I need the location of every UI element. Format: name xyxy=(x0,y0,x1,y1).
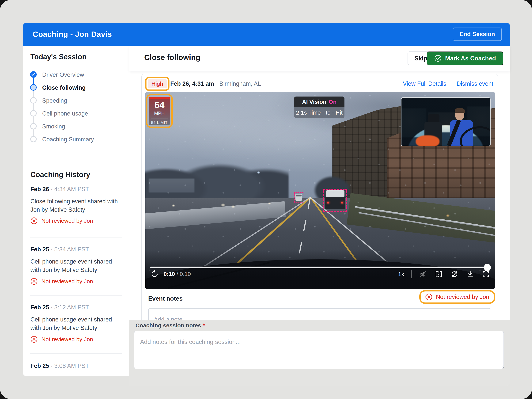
history-status: Not reviewed by Jon xyxy=(30,217,93,224)
event-type-title: Close following xyxy=(144,53,200,62)
speed-alert-strip xyxy=(149,97,170,99)
todays-session-title: Today's Session xyxy=(30,53,87,61)
app-header: Coaching - Jon Davis End Session xyxy=(23,23,510,46)
page-title: Coaching - Jon Davis xyxy=(33,30,112,38)
history-entry-text: Cell phone usage event shared with Jon b… xyxy=(30,257,120,274)
playback-rate-button[interactable]: 1x xyxy=(398,271,404,277)
history-entry-date: Feb 25 · 3:12 AM PST xyxy=(30,304,89,311)
main-header: Close following Skip Mark As Coached xyxy=(129,46,510,71)
history-date: Feb 26 xyxy=(30,186,49,192)
history-entry-date: Feb 25 · 3:08 AM PST xyxy=(30,362,89,369)
event-card: High Feb 26, 4:31 am - Birmingham, AL Vi… xyxy=(141,74,498,323)
coaching-history-title: Coaching History xyxy=(30,171,90,179)
x-circle-icon xyxy=(30,217,38,224)
dot-separator: · xyxy=(51,186,53,192)
divider xyxy=(30,238,122,238)
history-time: 4:34 AM PST xyxy=(54,186,89,192)
history-time: 3:08 AM PST xyxy=(54,362,89,369)
sidebar-item-coaching-summary[interactable]: Coaching Summary xyxy=(42,136,94,143)
step-todo-icon xyxy=(30,97,37,104)
session-notes-label: Coaching session notes * xyxy=(135,322,205,329)
history-date: Feb 25 xyxy=(30,304,49,311)
speed-value: 64 xyxy=(154,100,164,110)
history-date: Feb 25 xyxy=(30,362,49,369)
history-status: Not reviewed by Jon xyxy=(30,336,93,343)
review-status-highlight-ring: Not reviewed by Jon xyxy=(419,290,495,304)
resize-handle-icon[interactable] xyxy=(500,365,504,369)
dismiss-event-link[interactable]: Dismiss event xyxy=(456,80,493,87)
audio-muted-icon[interactable] xyxy=(419,270,427,278)
event-location: Birmingham, AL xyxy=(219,80,261,87)
coaching-app: Coaching - Jon Davis End Session Today's… xyxy=(0,0,532,399)
history-status-label: Not reviewed by Jon xyxy=(41,336,93,342)
check-circle-icon xyxy=(434,55,442,62)
sidebar-item-driver-overview[interactable]: Driver Overview xyxy=(42,71,84,78)
view-full-details-link[interactable]: View Full Details xyxy=(403,80,446,87)
divider xyxy=(30,295,122,296)
step-current-icon xyxy=(30,84,37,91)
session-notes-textarea[interactable]: Add notes for this coaching session... xyxy=(134,331,504,369)
replay-icon[interactable] xyxy=(151,270,159,278)
severity-badge: High xyxy=(148,79,167,88)
video-controls-right: 1x xyxy=(398,270,490,278)
history-date: Feb 25 xyxy=(30,246,49,253)
ai-vision-overlay: AI Vision On 2.1s Time - to - Hit xyxy=(294,96,344,118)
sidebar-item-close-following[interactable]: Close following xyxy=(42,84,86,91)
ai-vision-label: AI Vision xyxy=(302,99,326,105)
video-progress-bar[interactable] xyxy=(150,266,490,268)
event-links: View Full Details · Dismiss event xyxy=(403,80,493,87)
divider xyxy=(151,119,168,119)
history-status-label: Not reviewed by Jon xyxy=(41,218,93,224)
x-circle-icon xyxy=(425,293,432,301)
required-asterisk: * xyxy=(203,322,205,329)
step-done-icon xyxy=(30,71,37,78)
history-entry-text: Close following event shared with Jon by… xyxy=(30,197,120,214)
dot-separator: · xyxy=(51,304,53,311)
divider xyxy=(411,270,412,278)
review-status-label: Not reviewed by Jon xyxy=(436,294,489,300)
dashcam-video-player[interactable]: 64 MPH 55 LIMIT AI Vision On 2.1s Time -… xyxy=(145,92,495,289)
split-view-icon[interactable] xyxy=(435,270,443,278)
speed-highlight-ring: 64 MPH 55 LIMIT xyxy=(146,94,173,128)
ai-vision-status: AI Vision On xyxy=(294,96,344,107)
video-controls-left: 0:10 / 0:10 xyxy=(151,270,191,278)
time-separator: / xyxy=(177,271,178,277)
dot-separator: · xyxy=(51,362,53,369)
ai-vision-state: On xyxy=(329,99,337,105)
current-time: 0:10 xyxy=(164,271,175,277)
step-todo-icon xyxy=(30,110,37,116)
history-time: 5:34 AM PST xyxy=(54,246,89,253)
dot-separator: · xyxy=(450,80,452,87)
event-notes-title: Event notes xyxy=(148,295,183,302)
orange-jacket xyxy=(416,135,440,146)
history-entry-date: Feb 25 · 5:34 AM PST xyxy=(30,246,89,253)
history-time: 3:12 AM PST xyxy=(54,304,89,311)
divider xyxy=(30,159,122,159)
fullscreen-icon[interactable] xyxy=(482,270,490,278)
x-circle-icon xyxy=(30,336,38,343)
speed-badge: 64 MPH 55 LIMIT xyxy=(149,97,170,125)
severity-highlight-ring: High xyxy=(145,77,170,91)
sidebar: Today's Session Driver Overview Close fo… xyxy=(23,46,129,376)
driver-camera-inset xyxy=(401,97,491,146)
history-status: Not reviewed by Jon xyxy=(30,278,93,285)
video-time: 0:10 / 0:10 xyxy=(164,271,191,277)
speed-limit: 55 LIMIT xyxy=(151,120,168,125)
x-circle-icon xyxy=(30,278,38,285)
dash-separator: - xyxy=(216,80,218,87)
step-todo-icon xyxy=(30,123,37,129)
hide-overlay-icon[interactable] xyxy=(450,270,459,278)
event-datetime: Feb 26, 4:31 am - Birmingham, AL xyxy=(170,80,261,87)
session-notes-panel: Coaching session notes * Add notes for t… xyxy=(129,320,510,386)
sidebar-item-cell-phone-usage[interactable]: Cell phone usage xyxy=(42,110,88,117)
step-todo-icon xyxy=(30,136,37,142)
time-to-hit: 2.1s Time - to - Hit xyxy=(294,107,344,118)
driver-hair xyxy=(455,108,465,113)
download-icon[interactable] xyxy=(466,270,475,278)
dot-separator: · xyxy=(51,246,53,253)
sidebar-item-speeding[interactable]: Speeding xyxy=(42,97,67,104)
mark-as-coached-button[interactable]: Mark As Coached xyxy=(427,51,503,65)
duration: 0:10 xyxy=(180,271,191,277)
end-session-button[interactable]: End Session xyxy=(453,28,502,41)
sidebar-item-smoking[interactable]: Smoking xyxy=(42,123,65,130)
